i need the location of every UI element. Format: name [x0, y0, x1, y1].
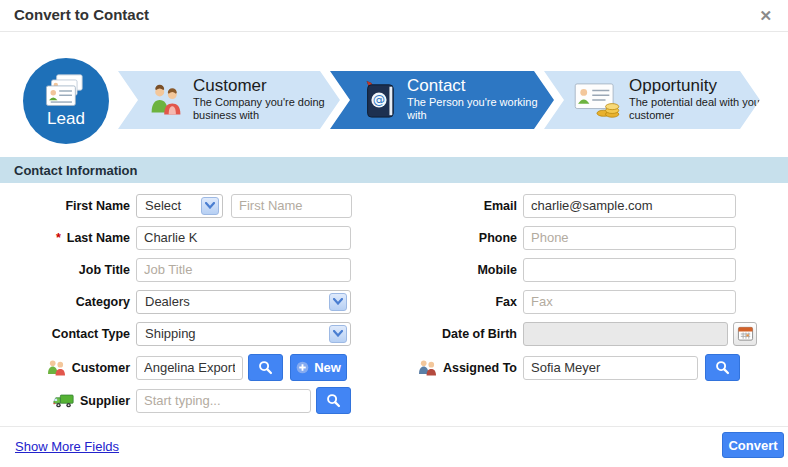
customer-label: Customer	[0, 359, 130, 376]
calendar-button[interactable]	[733, 322, 757, 346]
wizard-contact-title: Contact	[407, 77, 557, 96]
lead-cards-icon	[45, 74, 87, 108]
wizard-step-lead: Lead	[23, 58, 109, 144]
customer-row: Customer New	[0, 354, 347, 381]
wizard-step-opportunity[interactable]: Opportunity The potential deal with your…	[544, 71, 760, 129]
first-name-row: First Name Select	[0, 192, 352, 219]
header-divider	[0, 31, 788, 32]
customer-new-button[interactable]: New	[290, 354, 347, 381]
date-of-birth-input	[523, 322, 728, 346]
salutation-select[interactable]: Select	[136, 194, 223, 218]
convert-button[interactable]: Convert	[722, 432, 784, 458]
close-icon[interactable]: ✕	[759, 6, 772, 26]
search-icon	[258, 360, 273, 375]
contact-type-label: Contact Type	[0, 327, 130, 341]
contact-addressbook-icon: @	[360, 79, 398, 121]
wizard-customer-subtitle: The Company you're doing business with	[193, 96, 345, 122]
search-icon	[715, 360, 730, 375]
contact-type-row: Contact Type Shipping	[0, 320, 351, 347]
assigned-to-people-icon	[417, 359, 438, 376]
wizard-step-contact[interactable]: @ Contact The Person you're working with	[330, 71, 554, 129]
wizard-step-customer[interactable]: Customer The Company you're doing busine…	[118, 71, 340, 129]
wizard-customer-title: Customer	[193, 77, 345, 96]
search-icon	[326, 393, 341, 408]
opportunity-deal-icon	[574, 82, 620, 118]
customer-input[interactable]	[136, 356, 243, 380]
supplier-truck-icon	[53, 393, 75, 409]
mobile-row: Mobile	[387, 256, 736, 283]
fax-row: Fax	[387, 288, 736, 315]
email-input[interactable]	[523, 194, 736, 218]
wizard-lead-label: Lead	[47, 109, 85, 129]
chevron-down-icon	[329, 293, 347, 311]
first-name-input[interactable]	[231, 194, 352, 218]
phone-input[interactable]	[523, 226, 736, 250]
page-title: Convert to Contact	[14, 6, 149, 23]
salutation-select-value: Select	[145, 198, 181, 213]
fax-label: Fax	[387, 295, 517, 309]
mobile-input[interactable]	[523, 258, 736, 282]
mobile-label: Mobile	[387, 263, 517, 277]
show-more-fields-link[interactable]: Show More Fields	[15, 439, 119, 454]
svg-text:@: @	[373, 93, 385, 107]
contact-type-select-value: Shipping	[145, 326, 196, 341]
category-select[interactable]: Dealers	[136, 290, 351, 314]
new-button-label: New	[314, 360, 341, 375]
chevron-down-icon	[329, 325, 347, 343]
assigned-to-row: Assigned To	[387, 354, 740, 381]
category-select-value: Dealers	[145, 294, 190, 309]
fax-input[interactable]	[523, 290, 736, 314]
job-title-row: Job Title	[0, 256, 351, 283]
section-title: Contact Information	[14, 163, 138, 178]
contact-type-select[interactable]: Shipping	[136, 322, 351, 346]
email-row: Email	[387, 192, 736, 219]
customer-people-icon	[46, 359, 67, 376]
assigned-to-label: Assigned To	[387, 359, 517, 376]
category-label: Category	[0, 295, 130, 309]
calendar-icon	[737, 325, 754, 342]
phone-label: Phone	[387, 231, 517, 245]
wizard-opportunity-subtitle: The potential deal with your customer	[629, 96, 769, 122]
job-title-input[interactable]	[136, 258, 351, 282]
date-of-birth-label: Date of Birth	[387, 327, 517, 341]
assigned-to-input[interactable]	[523, 356, 698, 380]
supplier-label: Supplier	[0, 393, 130, 409]
plus-circle-icon	[296, 361, 309, 374]
customer-search-button[interactable]	[248, 354, 283, 381]
last-name-row: * Last Name	[0, 224, 351, 251]
wizard-contact-subtitle: The Person you're working with	[407, 96, 557, 122]
first-name-label: First Name	[0, 199, 130, 213]
category-row: Category Dealers	[0, 288, 351, 315]
chevron-down-icon	[201, 197, 219, 215]
supplier-row: Supplier	[0, 387, 351, 414]
supplier-search-button[interactable]	[316, 387, 351, 414]
last-name-label: * Last Name	[0, 231, 130, 245]
supplier-input[interactable]	[136, 389, 311, 413]
email-label: Email	[387, 199, 517, 213]
required-asterisk: *	[56, 231, 61, 245]
job-title-label: Job Title	[0, 263, 130, 277]
wizard-opportunity-title: Opportunity	[629, 77, 769, 96]
phone-row: Phone	[387, 224, 736, 251]
date-of-birth-row: Date of Birth	[387, 320, 757, 347]
last-name-input[interactable]	[136, 226, 351, 250]
customer-people-icon	[148, 84, 184, 116]
section-header-contact-information: Contact Information	[0, 157, 788, 183]
convert-to-contact-dialog: Convert to Contact ✕ Lead	[0, 0, 788, 467]
footer-divider	[0, 426, 788, 427]
assigned-to-search-button[interactable]	[705, 354, 740, 381]
